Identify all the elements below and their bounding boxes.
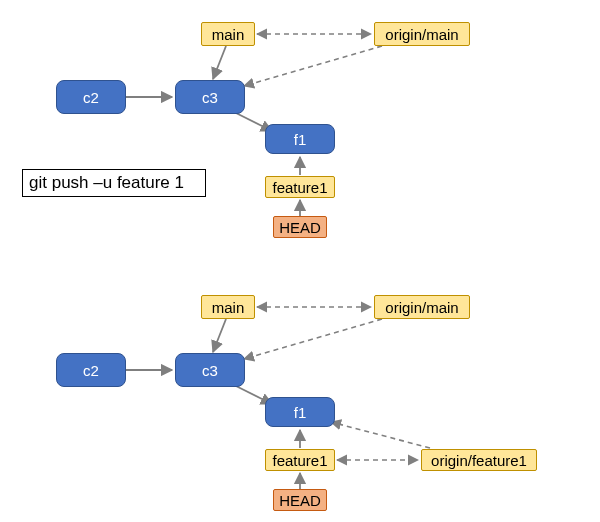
arrows-layer <box>0 0 600 522</box>
branch-origin-main-after: origin/main <box>374 295 470 319</box>
branch-feature1-after: feature1 <box>265 449 335 471</box>
head-before: HEAD <box>273 216 327 238</box>
commit-c2-before: c2 <box>56 80 126 114</box>
svg-line-13 <box>244 319 382 359</box>
branch-main-after: main <box>201 295 255 319</box>
diagram-stage: c2 c3 f1 main origin/main feature1 HEAD … <box>0 0 600 522</box>
commit-c2-after: c2 <box>56 353 126 387</box>
command-label: git push –u feature 1 <box>22 169 206 197</box>
svg-line-2 <box>213 46 226 79</box>
svg-line-6 <box>244 46 382 86</box>
commit-f1-before: f1 <box>265 124 335 154</box>
branch-origin-feature1-after: origin/feature1 <box>421 449 537 471</box>
commit-c3-after: c3 <box>175 353 245 387</box>
head-after: HEAD <box>273 489 327 511</box>
svg-line-15 <box>331 422 430 448</box>
svg-line-9 <box>213 319 226 352</box>
branch-feature1-before: feature1 <box>265 176 335 198</box>
branch-main-before: main <box>201 22 255 46</box>
branch-origin-main-before: origin/main <box>374 22 470 46</box>
commit-f1-after: f1 <box>265 397 335 427</box>
commit-c3-before: c3 <box>175 80 245 114</box>
